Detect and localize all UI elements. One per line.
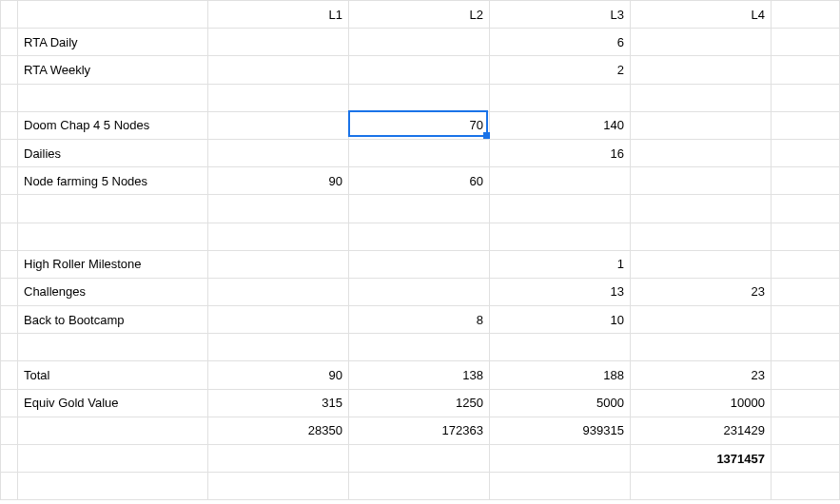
cell[interactable] xyxy=(349,473,490,500)
cell[interactable] xyxy=(208,56,349,84)
cell[interactable] xyxy=(631,84,772,111)
cell-grand-total[interactable]: 1371457 xyxy=(631,445,772,473)
cell[interactable]: 10000 xyxy=(631,389,772,417)
tail-cell[interactable] xyxy=(772,417,840,444)
cell[interactable]: 939315 xyxy=(490,417,631,444)
label-cell[interactable]: Total xyxy=(18,361,208,389)
cell[interactable]: 23 xyxy=(631,361,772,389)
gutter-cell[interactable] xyxy=(1,195,18,223)
cell[interactable] xyxy=(349,445,490,473)
cell[interactable] xyxy=(631,111,772,139)
header-L2[interactable]: L2 xyxy=(349,1,490,29)
cell[interactable]: 90 xyxy=(208,167,349,195)
cell[interactable]: 60 xyxy=(349,167,490,195)
header-L1[interactable]: L1 xyxy=(208,1,349,29)
cell[interactable] xyxy=(490,334,631,361)
cell[interactable]: 10 xyxy=(490,306,631,334)
tail-cell[interactable] xyxy=(772,29,840,56)
cell[interactable]: 8 xyxy=(349,306,490,334)
cell[interactable] xyxy=(349,250,490,278)
cell[interactable] xyxy=(631,56,772,84)
cell[interactable] xyxy=(208,111,349,139)
cell[interactable] xyxy=(349,223,490,250)
cell[interactable]: 231429 xyxy=(631,417,772,444)
cell[interactable] xyxy=(349,29,490,56)
label-cell[interactable]: RTA Weekly xyxy=(18,56,208,84)
cell[interactable] xyxy=(208,334,349,361)
gutter-cell[interactable] xyxy=(1,111,18,139)
tail-cell[interactable] xyxy=(772,361,840,389)
cell[interactable] xyxy=(349,56,490,84)
cell[interactable] xyxy=(631,473,772,500)
cell[interactable] xyxy=(631,195,772,223)
label-cell[interactable]: Dailies xyxy=(18,139,208,166)
cell[interactable] xyxy=(631,167,772,195)
tail-cell[interactable] xyxy=(772,445,840,473)
cell[interactable] xyxy=(349,195,490,223)
label-cell[interactable] xyxy=(18,417,208,444)
gutter-cell[interactable] xyxy=(1,389,18,417)
tail-cell[interactable] xyxy=(772,389,840,417)
label-cell[interactable] xyxy=(18,473,208,500)
gutter-cell[interactable] xyxy=(1,306,18,334)
cell[interactable] xyxy=(208,250,349,278)
label-cell[interactable]: Doom Chap 4 5 Nodes xyxy=(18,111,208,139)
cell[interactable] xyxy=(631,250,772,278)
label-cell[interactable]: Back to Bootcamp xyxy=(18,306,208,334)
gutter-cell[interactable] xyxy=(1,139,18,166)
header-L4[interactable]: L4 xyxy=(631,1,772,29)
cell[interactable] xyxy=(490,223,631,250)
cell[interactable] xyxy=(631,29,772,56)
gutter-cell[interactable] xyxy=(1,334,18,361)
tail-cell[interactable] xyxy=(772,56,840,84)
gutter-cell[interactable] xyxy=(1,223,18,250)
cell[interactable]: 172363 xyxy=(349,417,490,444)
label-cell[interactable]: Challenges xyxy=(18,278,208,305)
label-cell[interactable] xyxy=(18,445,208,473)
cell[interactable]: 188 xyxy=(490,361,631,389)
gutter-cell[interactable] xyxy=(1,1,18,29)
gutter-cell[interactable] xyxy=(1,473,18,500)
cell[interactable] xyxy=(631,223,772,250)
tail-cell[interactable] xyxy=(772,84,840,111)
cell[interactable]: 16 xyxy=(490,139,631,166)
gutter-cell[interactable] xyxy=(1,445,18,473)
cell[interactable] xyxy=(490,445,631,473)
tail-cell[interactable] xyxy=(772,1,840,29)
cell[interactable] xyxy=(349,84,490,111)
cell[interactable]: 1 xyxy=(490,250,631,278)
gutter-cell[interactable] xyxy=(1,84,18,111)
tail-cell[interactable] xyxy=(772,250,840,278)
gutter-cell[interactable] xyxy=(1,361,18,389)
cell[interactable]: 315 xyxy=(208,389,349,417)
tail-cell[interactable] xyxy=(772,111,840,139)
spreadsheet[interactable]: L1 L2 L3 L4 RTA Daily 6 RTA Weekly 2 xyxy=(0,0,840,504)
label-cell[interactable] xyxy=(18,223,208,250)
cell[interactable] xyxy=(490,167,631,195)
label-cell[interactable] xyxy=(18,334,208,361)
label-cell[interactable]: High Roller Milestone xyxy=(18,250,208,278)
cell[interactable]: 140 xyxy=(490,111,631,139)
cell[interactable] xyxy=(208,29,349,56)
tail-cell[interactable] xyxy=(772,278,840,305)
cell[interactable] xyxy=(349,139,490,166)
gutter-cell[interactable] xyxy=(1,250,18,278)
cell[interactable] xyxy=(208,306,349,334)
gutter-cell[interactable] xyxy=(1,29,18,56)
cell[interactable]: 23 xyxy=(631,278,772,305)
gutter-cell[interactable] xyxy=(1,167,18,195)
cell[interactable] xyxy=(208,84,349,111)
cell[interactable] xyxy=(349,334,490,361)
cell[interactable]: 13 xyxy=(490,278,631,305)
label-cell[interactable]: Equiv Gold Value xyxy=(18,389,208,417)
cell[interactable]: 90 xyxy=(208,361,349,389)
cell[interactable] xyxy=(208,139,349,166)
cell[interactable] xyxy=(490,195,631,223)
cell[interactable] xyxy=(631,139,772,166)
cell[interactable]: 28350 xyxy=(208,417,349,444)
cell[interactable]: 1250 xyxy=(349,389,490,417)
gutter-cell[interactable] xyxy=(1,417,18,444)
cell-selected[interactable]: 70 xyxy=(349,111,490,139)
cell[interactable] xyxy=(349,278,490,305)
header-L3[interactable]: L3 xyxy=(490,1,631,29)
